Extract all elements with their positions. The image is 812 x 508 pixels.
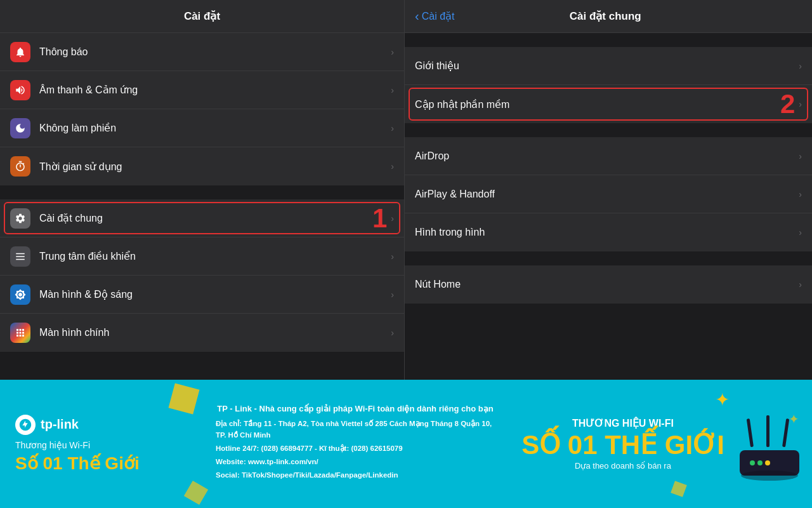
cai-dat-chung-label: Cài đặt chung xyxy=(39,212,366,224)
cap-nhat-label: Cập nhật phần mềm xyxy=(415,98,774,110)
tplink-logo-icon xyxy=(15,415,36,435)
chevron-icon: › xyxy=(391,47,394,57)
left-panel: Cài đặt Thông báo › Âm thanh & Cảm ứng › xyxy=(0,0,405,380)
man-hinh-chinh-icon xyxy=(10,323,30,343)
settings-item-cai-dat-chung[interactable]: Cài đặt chung 1 › xyxy=(0,199,404,237)
banner-description: TP - Link - Nhà cung cấp giải pháp Wi-Fi… xyxy=(216,404,495,413)
tplink-name: tp-link xyxy=(41,417,79,432)
banner: tp-link Thương hiệu Wi-Fi Số 01 Thế Giới… xyxy=(0,380,812,508)
svg-rect-1 xyxy=(766,415,769,447)
right-group-2: AirDrop › AirPlay & Handoff › Hình trong… xyxy=(405,137,812,251)
settings-item-trung-tam[interactable]: Trung tâm điều khiển › xyxy=(0,237,404,276)
banner-middle: TP - Link - Nhà cung cấp giải pháp Wi-Fi… xyxy=(203,380,508,508)
bullet-label-0: Địa chỉ: xyxy=(216,420,242,427)
svg-point-4 xyxy=(750,460,755,465)
bullet-text-2: www.tp-link.com/vn/ xyxy=(248,458,318,465)
svg-point-5 xyxy=(757,460,763,465)
step-1: 1 xyxy=(372,203,387,234)
right-item-hinh-trong-hinh[interactable]: Hình trong hình › xyxy=(405,213,812,251)
right-sep-top xyxy=(405,33,812,47)
right-item-gioi-thieu[interactable]: Giới thiệu › xyxy=(405,47,812,85)
settings-item-thong-bao[interactable]: Thông báo › xyxy=(0,33,404,71)
bullet-label-3: Social: xyxy=(216,471,240,479)
right-header: ‹ Cài đặt Cài đặt chung xyxy=(405,0,812,33)
right-sep-3 xyxy=(405,251,812,265)
chevron-icon: › xyxy=(799,279,802,290)
right-sep-2 xyxy=(405,123,812,137)
airplay-label: AirPlay & Handoff xyxy=(415,189,799,200)
right-group-3: Nút Home › xyxy=(405,265,812,304)
chevron-icon: › xyxy=(799,61,802,71)
bullet-text-0: Tầng 11 - Tháp A2, Tòa nhà Viettel số 28… xyxy=(216,420,492,438)
settings-group-2: Cài đặt chung 1 › Trung tâm điều khiển ›… xyxy=(0,199,404,352)
chevron-icon: › xyxy=(799,189,802,199)
ios-area: Cài đặt Thông báo › Âm thanh & Cảm ứng › xyxy=(0,0,812,380)
right-item-nut-home[interactable]: Nút Home › xyxy=(405,265,812,304)
thoi-gian-icon xyxy=(10,156,30,177)
cai-dat-chung-icon xyxy=(10,208,30,229)
back-chevron-icon: ‹ xyxy=(415,9,419,23)
thong-bao-icon xyxy=(10,42,30,62)
separator-1 xyxy=(0,185,404,199)
banner-bullet-2: Website: www.tp-link.com/vn/ xyxy=(216,457,495,467)
man-hinh-chinh-label: Màn hình chính xyxy=(39,327,391,338)
settings-item-am-thanh[interactable]: Âm thanh & Cảm ứng › xyxy=(0,71,404,109)
trung-tam-icon xyxy=(10,246,30,267)
chevron-icon: › xyxy=(391,290,394,300)
back-label: Cài đặt xyxy=(422,10,455,22)
bullet-text-3: TikTok/Shopee/Tiki/Lazada/Fanpage/Linked… xyxy=(242,471,398,479)
right-item-airdrop[interactable]: AirDrop › xyxy=(405,137,812,175)
airdrop-label: AirDrop xyxy=(415,150,799,162)
chevron-icon: › xyxy=(799,227,802,237)
bullet-text-1: (028) 66894777 - Kĩ thuật: (028) 6261507… xyxy=(261,444,403,452)
chevron-icon: › xyxy=(799,151,802,161)
chevron-icon: › xyxy=(391,251,394,262)
settings-group-1: Thông báo › Âm thanh & Cảm ứng › Không l… xyxy=(0,33,404,185)
chevron-icon: › xyxy=(391,328,394,338)
right-panel: ‹ Cài đặt Cài đặt chung Giới thiệu › Cập… xyxy=(405,0,812,380)
right-panel-title: Cài đặt chung xyxy=(459,10,751,23)
step-2: 2 xyxy=(780,89,795,119)
banner-right: THƯƠNG HIỆU WI-FI SỐ 01 THẾ GIỚI Dựa the… xyxy=(508,380,812,508)
man-hinh-label: Màn hình & Độ sáng xyxy=(39,288,391,300)
gioi-thieu-label: Giới thiệu xyxy=(415,60,799,72)
tplink-logo: tp-link xyxy=(15,415,188,435)
thong-bao-label: Thông báo xyxy=(39,46,391,58)
right-item-cap-nhat[interactable]: Cập nhật phần mềm 2 › xyxy=(405,85,812,123)
chevron-icon: › xyxy=(799,99,802,109)
nut-home-label: Nút Home xyxy=(415,279,799,290)
settings-item-man-hinh[interactable]: Màn hình & Độ sáng › xyxy=(0,276,404,314)
settings-item-man-hinh-chinh[interactable]: Màn hình chính › xyxy=(0,314,404,352)
khong-lam-phien-icon xyxy=(10,118,30,138)
bullet-label-1: Hotline 24/7: xyxy=(216,444,259,452)
chevron-icon: › xyxy=(391,85,394,95)
hinh-trong-hinh-label: Hình trong hình xyxy=(415,227,799,238)
right-item-airplay[interactable]: AirPlay & Handoff › xyxy=(405,175,812,213)
back-button[interactable]: ‹ Cài đặt xyxy=(415,9,454,23)
banner-deco-rect xyxy=(671,481,687,497)
left-panel-header: Cài đặt xyxy=(0,0,404,33)
svg-rect-0 xyxy=(747,418,754,447)
banner-deco-star-2: ✦ xyxy=(789,411,799,427)
chevron-icon: › xyxy=(391,123,394,133)
banner-right-text: THƯƠNG HIỆU WI-FI SỐ 01 THẾ GIỚI Dựa the… xyxy=(521,417,724,471)
banner-bullet-1: Hotline 24/7: (028) 66894777 - Kĩ thuật:… xyxy=(216,443,495,454)
bullet-label-2: Website: xyxy=(216,458,246,465)
am-thanh-label: Âm thanh & Cảm ứng xyxy=(39,84,391,96)
banner-subtitle: Dựa theo doanh số bán ra xyxy=(521,461,724,471)
left-panel-title: Cài đặt xyxy=(184,10,220,23)
am-thanh-icon xyxy=(10,80,30,100)
trung-tam-label: Trung tâm điều khiển xyxy=(39,250,391,262)
chevron-icon: › xyxy=(391,161,394,171)
thoi-gian-label: Thời gian sử dụng xyxy=(39,161,391,173)
banner-bullet-3: Social: TikTok/Shopee/Tiki/Lazada/Fanpag… xyxy=(216,470,495,481)
svg-point-6 xyxy=(765,460,770,465)
banner-bullet-0: Địa chỉ: Tầng 11 - Tháp A2, Tòa nhà Viet… xyxy=(216,418,495,441)
right-group-1: Giới thiệu › Cập nhật phần mềm 2 › xyxy=(405,47,812,123)
khong-lam-phien-label: Không làm phiền xyxy=(39,122,391,134)
settings-item-thoi-gian[interactable]: Thời gian sử dụng › xyxy=(0,147,404,185)
settings-item-khong-lam-phien[interactable]: Không làm phiền › xyxy=(0,109,404,147)
banner-tagline: Thương hiệu Wi-Fi xyxy=(15,440,188,450)
man-hinh-icon xyxy=(10,284,30,305)
banner-brand: THƯƠNG HIỆU WI-FI xyxy=(521,417,724,429)
